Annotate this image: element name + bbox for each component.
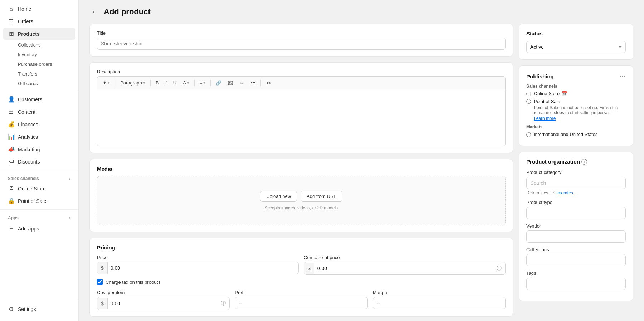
toolbar-magic[interactable]: ✦ ▾ [100, 79, 112, 87]
pos-radio-item: Point of Sale Point of Sale has not been… [526, 98, 626, 121]
pos-label[interactable]: Point of Sale [534, 99, 560, 104]
toolbar-divider-3 [194, 80, 195, 86]
price-input[interactable] [108, 262, 298, 274]
orders-icon: ☰ [8, 18, 14, 25]
tax-label[interactable]: Charge tax on this product [106, 279, 160, 285]
title-input[interactable] [97, 38, 506, 50]
collections-org-input[interactable] [526, 254, 626, 266]
title-card: Title [89, 24, 513, 57]
toolbar-italic[interactable]: I [163, 79, 169, 87]
back-button[interactable]: ← [89, 8, 100, 16]
toolbar-bold[interactable]: B [153, 79, 161, 87]
online-store-calendar-icon: 📅 [562, 91, 567, 96]
product-type-label: Product type [526, 200, 626, 205]
sidebar-item-online-store[interactable]: 🖥 Online Store [3, 183, 75, 194]
cost-help-icon[interactable]: ⓘ [217, 297, 229, 310]
upload-new-button[interactable]: Upload new [260, 191, 297, 202]
price-field: Price $ [97, 255, 299, 275]
compare-help-icon[interactable]: ⓘ [493, 262, 505, 274]
toolbar-paragraph[interactable]: Paragraph ▾ [118, 79, 148, 87]
compare-price-input[interactable] [314, 263, 493, 274]
pos-description: Point of Sale has not been set up. Finis… [534, 105, 626, 115]
online-store-radio-item: Online Store 📅 [526, 91, 626, 96]
toolbar-color[interactable]: A ▾ [180, 79, 192, 87]
collections-org-label: Collections [526, 247, 626, 252]
sidebar-sub-collections[interactable]: Collections [3, 40, 75, 49]
media-upload-area: Upload new Add from URL Accepts images, … [97, 176, 506, 225]
discounts-icon: 🏷 [8, 159, 14, 165]
learn-more-link[interactable]: Learn more [534, 116, 556, 121]
sidebar-item-add-apps[interactable]: ＋ Add apps [3, 222, 75, 235]
margin-label: Margin [373, 290, 506, 295]
tax-checkbox[interactable] [97, 279, 103, 285]
toolbar-underline[interactable]: U [171, 79, 179, 87]
sidebar-sub-gift-cards[interactable]: Gift cards [3, 79, 75, 88]
category-label: Product category [526, 170, 626, 175]
online-store-radio[interactable] [526, 92, 531, 96]
analytics-icon: 📊 [8, 133, 14, 140]
toolbar-emoji[interactable]: ☺ [237, 79, 247, 87]
sidebar-item-point-of-sale[interactable]: 🔒 Point of Sale [3, 195, 75, 207]
collections-org-field: Collections [526, 247, 626, 266]
sales-channels-label: Sales channels [526, 84, 626, 89]
toolbar-code[interactable]: <> [263, 79, 274, 87]
sidebar-item-analytics[interactable]: 📊 Analytics [3, 131, 75, 143]
online-store-label[interactable]: Online Store [534, 91, 560, 96]
add-apps-icon: ＋ [8, 225, 14, 232]
toolbar-image[interactable] [225, 79, 235, 87]
product-type-input[interactable] [526, 207, 626, 219]
international-label[interactable]: International and United States [534, 132, 598, 137]
vendor-input[interactable] [526, 230, 626, 243]
pos-radio[interactable] [526, 99, 531, 104]
tax-rates-text: Determines US tax rates [526, 190, 626, 195]
sidebar-item-orders[interactable]: ☰ Orders [3, 15, 75, 27]
publishing-header: Publishing ⋯ [526, 72, 626, 80]
sidebar-item-discounts[interactable]: 🏷 Discounts [3, 156, 75, 167]
description-editor[interactable] [97, 89, 506, 146]
sidebar-item-marketing[interactable]: 📣 Marketing [3, 144, 75, 155]
editor-toolbar: ✦ ▾ Paragraph ▾ B I U A ▾ ≡ ▾ 🔗 ☺ [97, 76, 506, 89]
sidebar-item-products[interactable]: ⊞ Products [3, 28, 75, 40]
content-icon: ☰ [8, 108, 14, 115]
price-currency: $ [97, 262, 108, 274]
products-icon: ⊞ [8, 30, 14, 37]
toolbar-more[interactable]: ••• [248, 79, 258, 87]
international-radio[interactable] [526, 132, 531, 137]
toolbar-align[interactable]: ≡ ▾ [197, 79, 208, 87]
category-input[interactable] [526, 177, 626, 189]
apps-chevron[interactable]: › [69, 215, 70, 220]
sales-channels-chevron[interactable]: › [69, 176, 70, 181]
tags-input[interactable] [526, 278, 626, 290]
svg-point-1 [229, 82, 230, 83]
toolbar-divider-4 [210, 80, 211, 86]
profit-input [235, 297, 367, 309]
margin-field: Margin [373, 290, 506, 310]
sidebar-item-customers[interactable]: 👤 Customers [3, 93, 75, 105]
toolbar-divider-2 [150, 80, 151, 86]
cost-field: Cost per item $ ⓘ [97, 290, 230, 310]
toolbar-link[interactable]: 🔗 [213, 79, 224, 87]
cost-currency: $ [97, 298, 108, 309]
sidebar-item-settings[interactable]: ⚙ Settings [3, 303, 75, 315]
add-url-button[interactable]: Add from URL [301, 191, 342, 202]
product-org-info-icon[interactable]: i [581, 159, 587, 165]
status-select[interactable]: Active Draft [526, 41, 626, 53]
compare-input-wrap: $ ⓘ [304, 262, 506, 275]
sidebar-sub-transfers[interactable]: Transfers [3, 69, 75, 78]
profit-field: Profit [235, 290, 367, 310]
status-card-title: Status [526, 30, 626, 37]
sidebar-item-home[interactable]: ⌂ Home [3, 3, 75, 15]
pricing-row-top: Price $ Compare-at price $ ⓘ [97, 255, 506, 275]
sidebar-sub-purchase-orders[interactable]: Purchase orders [3, 60, 75, 69]
cost-input[interactable] [108, 298, 218, 309]
sidebar-item-finances[interactable]: 💰 Finances [3, 118, 75, 130]
margin-input [373, 297, 506, 309]
sidebar-item-content[interactable]: ☰ Content [3, 106, 75, 118]
publishing-menu-icon[interactable]: ⋯ [619, 72, 626, 80]
tax-rates-link[interactable]: tax rates [557, 190, 573, 195]
compare-price-field: Compare-at price $ ⓘ [304, 255, 506, 275]
upload-hint: Accepts images, videos, or 3D models [104, 205, 498, 210]
sidebar-sub-inventory[interactable]: Inventory [3, 50, 75, 59]
page-header: ← Add product [89, 7, 633, 16]
pricing-row-bottom: Cost per item $ ⓘ Profit Margin [97, 290, 506, 310]
